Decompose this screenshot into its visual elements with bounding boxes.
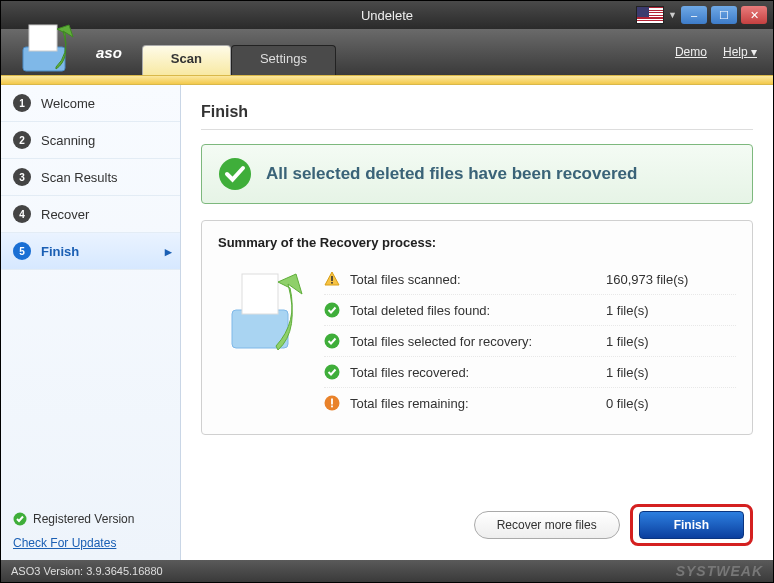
sidebar-step-welcome[interactable]: 1 Welcome	[1, 85, 180, 122]
titlebar: Undelete ▼ – ☐ ✕	[1, 1, 773, 29]
summary-row-value: 0 file(s)	[606, 396, 736, 411]
check-updates-link[interactable]: Check For Updates	[13, 536, 168, 550]
shredder-summary-icon	[218, 264, 308, 364]
help-link[interactable]: Help ▾	[723, 45, 757, 59]
step-number-icon: 5	[13, 242, 31, 260]
recover-more-button[interactable]: Recover more files	[474, 511, 620, 539]
summary-row-label: Total files recovered:	[350, 365, 606, 380]
finish-button-highlight: Finish	[630, 504, 753, 546]
summary-row: Total files selected for recovery:1 file…	[324, 326, 736, 357]
demo-link[interactable]: Demo	[675, 45, 707, 59]
language-flag-icon[interactable]	[636, 6, 664, 24]
check-icon	[324, 302, 340, 318]
sidebar-step-finish[interactable]: 5 Finish	[1, 233, 180, 270]
divider	[201, 129, 753, 130]
check-icon	[13, 512, 27, 526]
sidebar: 1 Welcome 2 Scanning 3 Scan Results 4 Re…	[1, 85, 181, 560]
svg-rect-5	[242, 274, 278, 314]
sidebar-step-scan-results[interactable]: 3 Scan Results	[1, 159, 180, 196]
summary-row-value: 160,973 file(s)	[606, 272, 736, 287]
tab-settings[interactable]: Settings	[231, 45, 336, 75]
svg-rect-1	[29, 25, 57, 51]
sidebar-step-recover[interactable]: 4 Recover	[1, 196, 180, 233]
step-label: Scanning	[41, 133, 95, 148]
finish-button[interactable]: Finish	[639, 511, 744, 539]
watermark: SYSTWEAK	[676, 563, 763, 579]
step-label: Recover	[41, 207, 89, 222]
summary-row: Total files recovered:1 file(s)	[324, 357, 736, 388]
step-label: Finish	[41, 244, 79, 259]
summary-row-value: 1 file(s)	[606, 334, 736, 349]
summary-row-label: Total files scanned:	[350, 272, 606, 287]
language-dropdown-icon[interactable]: ▼	[668, 10, 677, 20]
check-icon	[324, 364, 340, 380]
summary-row-label: Total files remaining:	[350, 396, 606, 411]
close-button[interactable]: ✕	[741, 6, 767, 24]
tab-scan[interactable]: Scan	[142, 45, 231, 75]
success-check-icon	[218, 157, 252, 191]
main-content: Finish All selected deleted files have b…	[181, 85, 773, 560]
header: aso Scan Settings Demo Help ▾	[1, 29, 773, 75]
shredder-logo-icon	[11, 19, 81, 79]
maximize-button[interactable]: ☐	[711, 6, 737, 24]
summary-row: Total deleted files found:1 file(s)	[324, 295, 736, 326]
step-label: Welcome	[41, 96, 95, 111]
window-title: Undelete	[361, 8, 413, 23]
warning-icon	[324, 271, 340, 287]
registered-status: Registered Version	[13, 512, 168, 526]
step-number-icon: 2	[13, 131, 31, 149]
statusbar: ASO3 Version: 3.9.3645.16880 SYSTWEAK	[1, 560, 773, 582]
error-icon	[324, 395, 340, 411]
summary-row-label: Total deleted files found:	[350, 303, 606, 318]
svg-rect-12	[331, 399, 333, 405]
svg-rect-6	[331, 276, 333, 281]
minimize-button[interactable]: –	[681, 6, 707, 24]
summary-row-value: 1 file(s)	[606, 303, 736, 318]
gold-separator	[1, 75, 773, 85]
summary-panel: Summary of the Recovery process: Total f…	[201, 220, 753, 435]
svg-rect-13	[331, 406, 333, 408]
step-number-icon: 3	[13, 168, 31, 186]
version-label: ASO3 Version: 3.9.3645.16880	[11, 565, 163, 577]
brand-label: aso	[96, 44, 122, 61]
summary-row: Total files remaining:0 file(s)	[324, 388, 736, 418]
success-message: All selected deleted files have been rec…	[266, 164, 637, 184]
summary-row-label: Total files selected for recovery:	[350, 334, 606, 349]
summary-row-value: 1 file(s)	[606, 365, 736, 380]
success-banner: All selected deleted files have been rec…	[201, 144, 753, 204]
step-number-icon: 1	[13, 94, 31, 112]
step-label: Scan Results	[41, 170, 118, 185]
sidebar-step-scanning[interactable]: 2 Scanning	[1, 122, 180, 159]
check-icon	[324, 333, 340, 349]
summary-title: Summary of the Recovery process:	[218, 235, 736, 250]
page-title: Finish	[201, 103, 753, 121]
svg-rect-7	[331, 282, 333, 284]
summary-row: Total files scanned:160,973 file(s)	[324, 264, 736, 295]
step-number-icon: 4	[13, 205, 31, 223]
